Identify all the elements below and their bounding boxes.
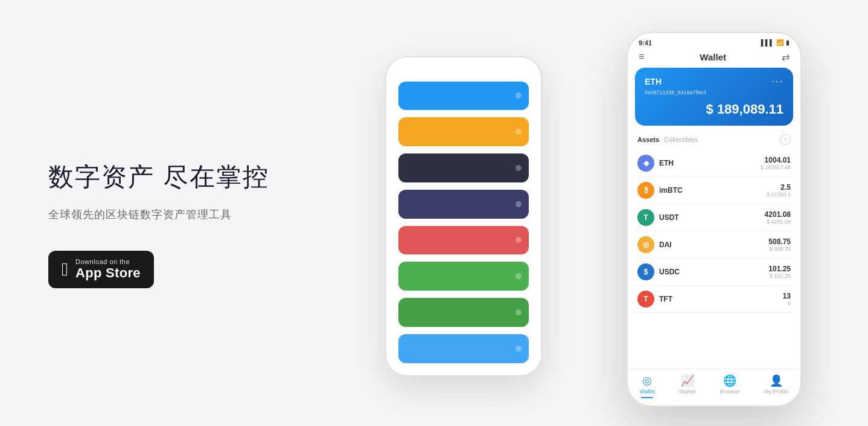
eth-card: ETH ··· 0x08711d3b_8418a7f8e3 $ 189,089.… xyxy=(635,68,793,126)
color-card-navy xyxy=(398,190,529,219)
asset-usd-eth: $ 162517.48 xyxy=(761,164,791,170)
eth-address: 0x08711d3b_8418a7f8e3 xyxy=(645,89,783,95)
app-store-button[interactable]:  Download on the App Store xyxy=(48,251,154,288)
subtitle: 全球领先的区块链数字资产管理工具 xyxy=(48,207,269,222)
asset-name-imbtc: imBTC xyxy=(659,186,767,195)
phone-header: ≡ Wallet ⇄ xyxy=(628,49,800,68)
phone-front: 9:41 ▌▌▌ 📶 ▮ ≡ Wallet ⇄ ETH ··· 0x08711d… xyxy=(627,32,802,407)
collectibles-tab[interactable]: Collectibles xyxy=(664,136,698,143)
scan-icon[interactable]: ⇄ xyxy=(782,51,790,63)
list-item: ₿ imBTC 2.5 $ 21760.1 xyxy=(635,177,793,204)
list-item: ◆ ETH 1004.01 $ 162517.48 xyxy=(635,150,793,177)
status-time: 9:41 xyxy=(639,39,652,47)
asset-amount-usdt: 4201.08 xyxy=(765,210,791,219)
asset-amounts-usdt: 4201.08 $ 4201.08 xyxy=(765,210,791,225)
eth-more-icon[interactable]: ··· xyxy=(772,76,783,87)
eth-balance: $ 189,089.11 xyxy=(645,102,783,117)
btn-text: Download on the App Store xyxy=(75,258,141,281)
assets-tabs: Assets Collectibles xyxy=(637,136,698,143)
nav-browser[interactable]: 🌐 Browser xyxy=(720,374,740,398)
asset-name-tft: TFT xyxy=(659,295,783,303)
dai-icon: ◎ xyxy=(637,236,654,253)
color-card-red xyxy=(398,226,529,255)
asset-amounts-imbtc: 2.5 $ 21760.1 xyxy=(767,183,791,198)
profile-nav-label: My Profile xyxy=(764,389,788,395)
color-card-green1 xyxy=(398,262,529,291)
asset-usd-usdc: $ 101.25 xyxy=(768,273,791,279)
color-card-blue xyxy=(398,82,529,111)
color-card-yellow xyxy=(398,117,529,146)
imbtc-icon: ₿ xyxy=(637,182,654,199)
asset-usd-dai: $ 508.75 xyxy=(768,246,791,252)
list-item: T USDT 4201.08 $ 4201.08 xyxy=(635,204,793,231)
asset-usd-usdt: $ 4201.08 xyxy=(765,219,791,225)
wallet-nav-icon: ◎ xyxy=(642,374,652,387)
bottom-nav: ◎ Wallet 📈 Market 🌐 Browser 👤 My Profile xyxy=(628,369,800,405)
market-nav-icon: 📈 xyxy=(681,374,694,387)
phone-back xyxy=(385,56,542,376)
nav-wallet[interactable]: ◎ Wallet xyxy=(640,374,655,398)
assets-header: Assets Collectibles + xyxy=(628,132,800,150)
tft-icon: T xyxy=(637,291,654,308)
list-item: ◎ DAI 508.75 $ 508.75 xyxy=(635,231,793,259)
asset-amounts-dai: 508.75 $ 508.75 xyxy=(768,237,791,252)
asset-amount-eth: 1004.01 xyxy=(761,156,791,164)
asset-amount-tft: 13 xyxy=(783,292,791,300)
color-card-green2 xyxy=(398,298,529,327)
asset-usd-tft: 0 xyxy=(783,300,791,306)
asset-amount-imbtc: 2.5 xyxy=(767,183,791,192)
left-section: 数字资产 尽在掌控 全球领先的区块链数字资产管理工具  Download on… xyxy=(48,138,269,288)
eth-label: ETH xyxy=(645,77,662,86)
asset-name-usdc: USDC xyxy=(659,268,768,276)
add-asset-icon[interactable]: + xyxy=(780,134,791,145)
asset-amounts-usdc: 101.25 $ 101.25 xyxy=(768,265,791,279)
apple-icon:  xyxy=(62,260,68,279)
battery-icon: ▮ xyxy=(786,39,790,46)
color-card-dark xyxy=(398,153,529,182)
status-bar: 9:41 ▌▌▌ 📶 ▮ xyxy=(628,33,800,49)
phones-container: 9:41 ▌▌▌ 📶 ▮ ≡ Wallet ⇄ ETH ··· 0x08711d… xyxy=(385,20,820,407)
list-item: $ USDC 101.25 $ 101.25 xyxy=(635,259,793,286)
asset-name-dai: DAI xyxy=(659,240,768,249)
usdt-icon: T xyxy=(637,209,654,226)
browser-nav-icon: 🌐 xyxy=(723,374,736,387)
signal-icon: ▌▌▌ xyxy=(761,39,774,46)
assets-tab[interactable]: Assets xyxy=(637,136,659,143)
asset-name-eth: ETH xyxy=(659,159,761,167)
profile-nav-icon: 👤 xyxy=(770,374,783,387)
eth-icon: ◆ xyxy=(637,155,654,172)
asset-name-usdt: USDT xyxy=(659,213,765,222)
eth-card-header: ETH ··· xyxy=(645,76,783,87)
asset-amount-dai: 508.75 xyxy=(768,237,791,246)
nav-market[interactable]: 📈 Market xyxy=(679,374,696,398)
main-title: 数字资产 尽在掌控 xyxy=(48,162,269,192)
wallet-title: Wallet xyxy=(700,52,726,62)
wallet-nav-label: Wallet xyxy=(640,389,655,395)
nav-profile[interactable]: 👤 My Profile xyxy=(764,374,788,398)
asset-usd-imbtc: $ 21760.1 xyxy=(767,192,791,198)
store-name-label: App Store xyxy=(75,265,141,281)
asset-amounts-tft: 13 0 xyxy=(783,292,791,306)
wifi-icon: 📶 xyxy=(776,39,783,46)
asset-amount-usdc: 101.25 xyxy=(768,265,791,273)
browser-nav-label: Browser xyxy=(720,389,740,395)
status-icons: ▌▌▌ 📶 ▮ xyxy=(761,39,790,46)
asset-amounts-eth: 1004.01 $ 162517.48 xyxy=(761,156,791,170)
market-nav-label: Market xyxy=(679,389,696,395)
nav-active-indicator xyxy=(641,397,653,398)
asset-list: ◆ ETH 1004.01 $ 162517.48 ₿ imBTC 2.5 $ … xyxy=(628,150,800,369)
download-on-label: Download on the xyxy=(75,258,141,265)
menu-icon[interactable]: ≡ xyxy=(639,51,644,62)
list-item: T TFT 13 0 xyxy=(635,286,793,313)
usdc-icon: $ xyxy=(637,263,654,280)
color-card-blue2 xyxy=(398,334,529,363)
